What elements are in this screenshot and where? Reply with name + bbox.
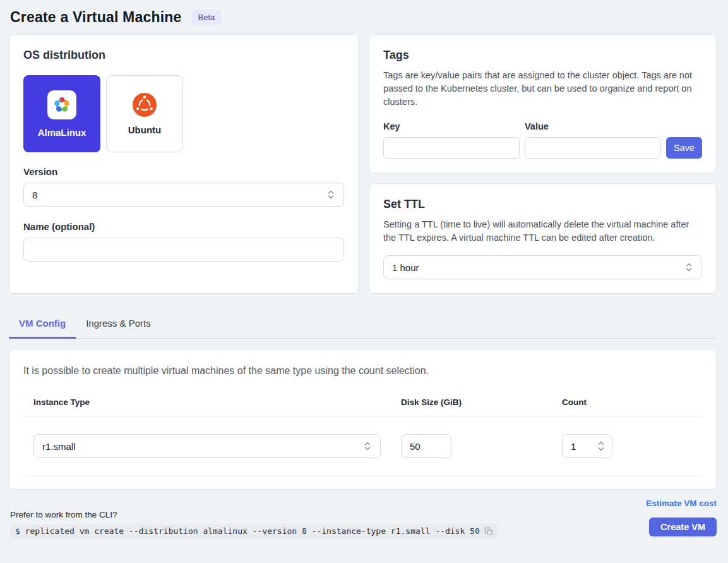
disk-size-input[interactable] [401,434,451,458]
count-stepper[interactable]: 1 [562,434,612,458]
tab-bar: VM Config Ingress & Ports [9,311,717,339]
vm-config-intro: It is possible to create multiple virtua… [23,365,702,377]
cli-command-text: $ replicated vm create --distribution al… [15,526,480,536]
ubuntu-logo-icon [133,93,157,117]
ttl-card-title: Set TTL [383,198,702,211]
version-select[interactable]: 8 [23,183,344,207]
save-tag-button[interactable]: Save [666,137,702,159]
version-select-value: 8 [32,190,37,200]
tab-vm-config[interactable]: VM Config [9,311,76,339]
create-vm-button[interactable]: Create VM [649,518,717,536]
vm-table-row: r1.small 1 [23,416,702,476]
tags-card-description: Tags are key/value pairs that are assign… [383,69,702,109]
name-input[interactable] [23,238,344,262]
instance-type-cell: r1.small [33,434,401,458]
chevron-updown-icon [326,190,335,200]
os-tile-label: Ubuntu [128,124,161,135]
tab-ingress-ports[interactable]: Ingress & Ports [76,311,161,339]
os-tile-ubuntu[interactable]: Ubuntu [106,75,183,152]
cli-command: $ replicated vm create --distribution al… [10,524,498,538]
vm-config-card: It is possible to create multiple virtua… [9,349,717,490]
vm-table-header: Instance Type Disk Size (GiB) Count [23,397,702,416]
count-cell: 1 [562,434,702,458]
version-label: Version [23,166,344,177]
right-column: Tags Tags are key/value pairs that are a… [369,34,717,294]
beta-badge: Beta [192,9,222,25]
footer: Prefer to work from the CLI? $ replicate… [10,499,717,538]
estimate-vm-cost-link[interactable]: Estimate VM cost [646,499,717,508]
page-title: Create a Virtual Machine [10,9,182,26]
tag-value-input[interactable] [525,137,661,159]
vm-table: Instance Type Disk Size (GiB) Count r1.s… [23,397,702,476]
tags-card: Tags Tags are key/value pairs that are a… [369,34,717,173]
tag-key-field-group: Key [383,121,520,159]
tag-key-input[interactable] [383,137,520,159]
cli-prompt-text: Prefer to work from the CLI? [10,510,498,519]
os-tile-almalinux[interactable]: AlmaLinux [23,75,100,152]
copy-icon[interactable] [484,527,493,536]
almalinux-logo-icon [47,90,76,119]
column-header-disk-size: Disk Size (GiB) [401,397,562,407]
footer-actions: Estimate VM cost Create VM [646,499,717,538]
chevron-updown-icon [363,441,372,451]
ttl-select[interactable]: 1 hour [383,255,702,279]
os-tile-row: AlmaLinux [23,75,344,152]
set-ttl-card: Set TTL Setting a TTL (time to live) wil… [369,183,717,294]
tag-value-label: Value [525,121,661,131]
name-label: Name (optional) [23,221,344,232]
instance-type-select[interactable]: r1.small [33,434,381,458]
count-value: 1 [571,441,576,452]
top-grid: OS distribution AlmaLinux [9,34,717,294]
column-header-count: Count [562,397,702,407]
tags-card-title: Tags [383,49,702,62]
page-header: Create a Virtual Machine Beta [0,0,728,34]
stepper-updown-icon[interactable] [597,440,606,452]
instance-type-value: r1.small [42,441,76,452]
tag-value-field-group: Value [525,121,661,159]
os-tile-label: AlmaLinux [38,127,87,138]
ttl-select-value: 1 hour [392,262,419,273]
column-header-instance-type: Instance Type [33,397,401,407]
ttl-card-description: Setting a TTL (time to live) will automa… [383,218,702,245]
chevron-updown-icon [684,262,693,272]
cli-block: Prefer to work from the CLI? $ replicate… [10,510,498,538]
disk-size-cell [401,434,562,458]
os-card-title: OS distribution [23,49,344,62]
tag-form: Key Value Save [383,121,702,159]
tag-key-label: Key [383,121,520,131]
os-distribution-card: OS distribution AlmaLinux [9,34,359,294]
